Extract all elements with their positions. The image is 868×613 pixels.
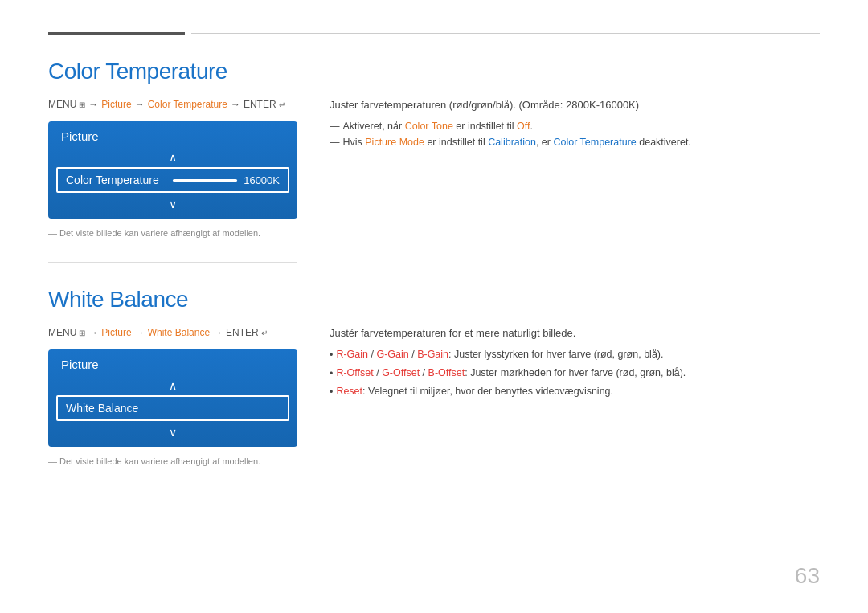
page-container: Color Temperature MENU ⊞ → Picture → Col… — [0, 0, 868, 613]
color-temp-slider-value: 16000K — [244, 174, 280, 186]
picture-label-1: Picture — [61, 129, 99, 143]
white-balance-right: Justér farvetemperaturen for et mere nat… — [330, 287, 820, 466]
arrow-6: → — [213, 327, 223, 338]
white-balance-section: White Balance MENU ⊞ → Picture → White B… — [48, 287, 820, 466]
dash2-highlight3: Color Temperature — [553, 137, 636, 148]
page-number: 63 — [795, 563, 820, 589]
white-balance-picture-box: Picture ∧ White Balance ∨ — [48, 349, 297, 447]
chevron-up-1[interactable]: ∧ — [48, 148, 297, 167]
enter-label-1: ENTER — [244, 99, 276, 110]
bullet1-red2: G-Gain — [376, 349, 408, 360]
arrow-2: → — [135, 99, 145, 110]
color-temperature-right: Juster farvetemperaturen (rød/grøn/blå).… — [330, 59, 820, 238]
picture-label-2: Picture — [61, 358, 99, 371]
picture-link-2: Picture — [101, 327, 131, 338]
white-balance-bullet3: • Reset: Velegnet til miljøer, hvor der … — [330, 386, 820, 398]
dash2-plain3: , er — [536, 137, 554, 148]
dash1-plain3: . — [530, 121, 533, 132]
white-balance-item-row: White Balance — [56, 395, 289, 421]
color-temperature-left: Color Temperature MENU ⊞ → Picture → Col… — [48, 59, 297, 238]
color-temperature-menu-path: MENU ⊞ → Picture → Color Temperature → E… — [48, 99, 297, 110]
bullet2-red2: G-Offset — [382, 367, 420, 378]
dash1-highlight2: Off — [517, 121, 530, 132]
dash2-highlight2: Calibration — [488, 137, 536, 148]
color-temp-dash1: ― Aktiveret, når Color Tone er indstille… — [330, 121, 820, 132]
white-balance-note: ― Det viste billede kan variere afhængig… — [48, 456, 297, 466]
dash1-plain2: er indstillet til — [453, 121, 517, 132]
menu-label-1: MENU — [48, 99, 76, 110]
dash1-highlight1: Color Tone — [405, 121, 453, 132]
bullet1-sep1: / — [368, 349, 376, 360]
bullet2-red1: R-Offset — [336, 367, 373, 378]
color-temp-item-row: Color Temperature 16000K — [56, 167, 289, 193]
white-balance-link: White Balance — [148, 327, 210, 338]
section-separator — [48, 262, 297, 263]
bullet3-red: Reset — [336, 386, 362, 397]
dash2-highlight1: Picture Mode — [365, 137, 424, 148]
picture-header-2: Picture — [48, 349, 297, 376]
enter-icon-1: ↵ — [279, 100, 285, 109]
menu-icon-1: ⊞ — [79, 100, 85, 109]
white-balance-title: White Balance — [48, 287, 297, 313]
top-rule-right — [191, 33, 820, 34]
dash2-plain1: Hvis — [343, 137, 366, 148]
dash1-plain1: Aktiveret, når — [343, 121, 405, 132]
color-temp-note: ― Det viste billede kan variere afhængig… — [48, 228, 297, 238]
bullet3-plain: : Velegnet til miljøer, hvor der benytte… — [362, 386, 613, 397]
color-temp-dash2: ― Hvis Picture Mode er indstillet til Ca… — [330, 137, 820, 148]
dash2-plain4: deaktiveret. — [637, 137, 691, 148]
white-balance-menu-path: MENU ⊞ → Picture → White Balance → ENTER… — [48, 327, 297, 338]
color-temp-link: Color Temperature — [148, 99, 227, 110]
color-temp-picture-box: Picture ∧ Color Temperature 16000K ∨ — [48, 121, 297, 219]
enter-label-2: ENTER — [226, 327, 259, 338]
white-balance-bullet2: • R-Offset / G-Offset / B-Offset: Juster… — [330, 367, 820, 379]
enter-icon-2: ↵ — [261, 329, 268, 337]
picture-link-1: Picture — [101, 99, 131, 110]
menu-icon-2: ⊞ — [79, 329, 85, 337]
arrow-5: → — [135, 327, 145, 338]
bullet1-red3: B-Gain — [417, 349, 448, 360]
arrow-4: → — [88, 327, 98, 338]
white-balance-left: White Balance MENU ⊞ → Picture → White B… — [48, 287, 297, 466]
color-temperature-section: Color Temperature MENU ⊞ → Picture → Col… — [48, 59, 820, 238]
color-temp-slider-track[interactable] — [173, 179, 237, 182]
color-temperature-title: Color Temperature — [48, 59, 297, 84]
top-rules — [48, 32, 820, 35]
color-temp-desc-main: Juster farvetemperaturen (rød/grøn/blå).… — [330, 99, 820, 111]
bullet1-plain: : Juster lysstyrken for hver farve (rød,… — [448, 349, 663, 360]
chevron-up-2[interactable]: ∧ — [48, 376, 297, 395]
arrow-1: → — [88, 99, 98, 110]
bullet2-red3: B-Offset — [428, 367, 465, 378]
chevron-down-1[interactable]: ∨ — [48, 193, 297, 219]
top-rule-left — [48, 32, 185, 35]
chevron-down-2[interactable]: ∨ — [48, 421, 297, 447]
white-balance-bullet1: • R-Gain / G-Gain / B-Gain: Juster lysst… — [330, 349, 820, 361]
dash2-plain2: er indstillet til — [424, 137, 488, 148]
arrow-3: → — [231, 99, 240, 110]
color-temp-item-label: Color Temperature — [66, 174, 159, 186]
bullet1-sep2: / — [409, 349, 417, 360]
white-balance-desc-main: Justér farvetemperaturen for et mere nat… — [330, 327, 820, 339]
color-temp-slider-area: 16000K — [173, 174, 280, 186]
bullet2-sep2: / — [420, 367, 428, 378]
menu-label-2: MENU — [48, 327, 76, 338]
bullet2-plain: : Juster mørkheden for hver farve (rød, … — [465, 367, 686, 378]
bullet1-red1: R-Gain — [336, 349, 368, 360]
white-balance-item-label: White Balance — [66, 402, 138, 415]
picture-header-1: Picture — [48, 121, 297, 148]
bullet2-sep1: / — [374, 367, 382, 378]
